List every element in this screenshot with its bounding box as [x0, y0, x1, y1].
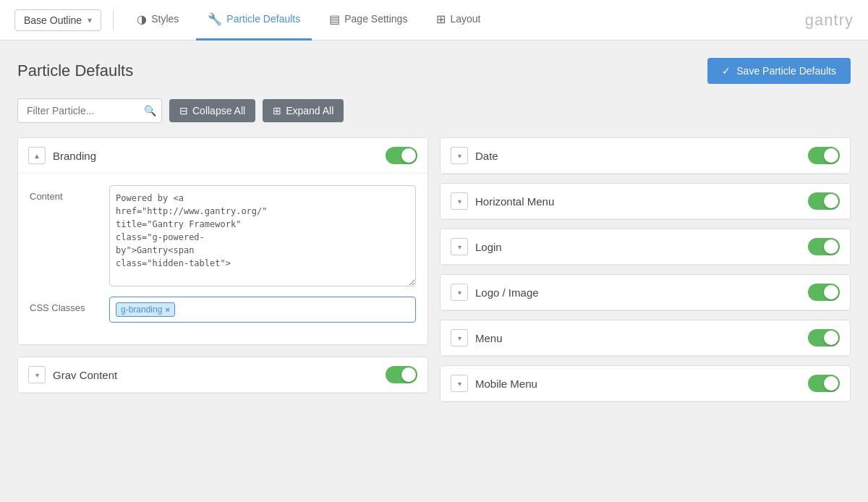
content-field-row: Content Powered by <a href="http://www.g…	[30, 185, 416, 286]
save-btn-label: Save Particle Defaults	[736, 65, 836, 77]
page-title: Particle Defaults	[17, 61, 133, 80]
nav-divider	[113, 10, 114, 30]
top-nav: Base Outline ▾ ◑ Styles 🔧 Particle Defau…	[0, 0, 868, 41]
grav-content-toggle[interactable]	[386, 366, 417, 383]
menu-toggle-track[interactable]	[808, 329, 840, 346]
date-toggle[interactable]	[808, 147, 840, 164]
css-classes-input[interactable]: g-branding ×	[109, 297, 416, 323]
tab-page-settings-label: Page Settings	[344, 13, 407, 25]
panel-menu-header: ▾ Menu	[441, 320, 850, 356]
mobile-menu-collapse-btn[interactable]: ▾	[451, 375, 468, 392]
wrench-icon: 🔧	[208, 12, 222, 26]
header-row: Particle Defaults ✓ Save Particle Defaul…	[17, 58, 851, 84]
logo-image-collapse-btn[interactable]: ▾	[451, 284, 468, 301]
save-particle-defaults-button[interactable]: ✓ Save Particle Defaults	[707, 58, 851, 84]
logo-image-toggle[interactable]	[808, 284, 840, 301]
panel-branding-header: ▲ Branding	[18, 138, 427, 174]
collapse-all-label: Collapse All	[192, 105, 245, 116]
grav-content-collapse-btn[interactable]: ▾	[28, 366, 46, 383]
panel-menu: ▾ Menu	[440, 320, 851, 357]
horizontal-menu-collapse-btn[interactable]: ▾	[451, 192, 468, 210]
layout-icon: ⊞	[436, 12, 446, 26]
tab-particle-defaults[interactable]: 🔧 Particle Defaults	[196, 0, 312, 41]
main-content: Particle Defaults ✓ Save Particle Defaul…	[0, 41, 868, 502]
expand-icon: ⊞	[273, 105, 281, 116]
branding-toggle-track[interactable]	[386, 147, 417, 164]
content-textarea[interactable]: Powered by <a href="http://www.gantry.or…	[109, 185, 416, 286]
tab-layout[interactable]: ⊞ Layout	[425, 0, 492, 41]
mobile-menu-title: Mobile Menu	[475, 378, 808, 390]
mobile-menu-toggle[interactable]	[808, 375, 840, 392]
brand-logo: gantry	[805, 11, 854, 30]
panel-login: ▾ Login	[440, 229, 851, 265]
panel-logo-image-header: ▾ Logo / Image	[441, 275, 850, 310]
filter-row: 🔍 ⊟ Collapse All ⊞ Expand All	[17, 98, 851, 123]
panel-grav-content-header: ▾ Grav Content	[18, 357, 427, 393]
panel-grav-content: ▾ Grav Content	[17, 357, 428, 393]
collapse-icon: ⊟	[179, 105, 188, 116]
date-collapse-btn[interactable]: ▾	[451, 147, 468, 164]
styles-icon: ◑	[137, 12, 147, 26]
tab-styles[interactable]: ◑ Styles	[125, 0, 190, 41]
filter-particle-input[interactable]	[17, 98, 162, 123]
panel-horizontal-menu-header: ▾ Horizontal Menu	[441, 184, 850, 219]
tab-layout-label: Layout	[450, 13, 480, 25]
left-column: ▲ Branding Content Powered by <a href="h…	[17, 137, 428, 393]
panels-grid: ▲ Branding Content Powered by <a href="h…	[17, 137, 851, 411]
panel-login-header: ▾ Login	[441, 229, 850, 265]
tag-g-branding: g-branding ×	[116, 302, 175, 317]
chevron-down-icon: ▾	[88, 15, 92, 25]
grav-content-title: Grav Content	[53, 369, 386, 381]
tag-remove-btn[interactable]: ×	[165, 305, 169, 314]
css-classes-label: CSS Classes	[30, 297, 109, 313]
panel-date: ▾ Date	[440, 137, 851, 174]
logo-image-toggle-track[interactable]	[808, 284, 840, 301]
horizontal-menu-title: Horizontal Menu	[475, 195, 808, 208]
horizontal-menu-toggle[interactable]	[808, 192, 840, 210]
outline-dropdown[interactable]: Base Outline ▾	[14, 9, 101, 31]
collapse-all-button[interactable]: ⊟ Collapse All	[169, 99, 255, 122]
panel-branding: ▲ Branding Content Powered by <a href="h…	[17, 137, 428, 345]
tab-page-settings[interactable]: ▤ Page Settings	[318, 0, 419, 41]
branding-toggle[interactable]	[386, 147, 417, 164]
tag-label: g-branding	[121, 305, 162, 315]
login-toggle[interactable]	[808, 238, 840, 255]
tab-particle-defaults-label: Particle Defaults	[226, 13, 300, 25]
search-button[interactable]: 🔍	[144, 105, 156, 116]
logo-image-title: Logo / Image	[475, 286, 808, 299]
content-label: Content	[30, 185, 109, 202]
panel-mobile-menu-header: ▾ Mobile Menu	[441, 366, 850, 401]
tab-styles-label: Styles	[151, 13, 179, 25]
expand-all-button[interactable]: ⊞ Expand All	[263, 99, 344, 122]
panel-date-header: ▾ Date	[441, 138, 850, 174]
mobile-menu-toggle-track[interactable]	[808, 375, 840, 392]
login-toggle-track[interactable]	[808, 238, 840, 255]
search-icon: 🔍	[144, 105, 156, 116]
horizontal-menu-toggle-track[interactable]	[808, 192, 840, 210]
menu-toggle[interactable]	[808, 329, 840, 346]
filter-input-wrap: 🔍	[17, 98, 162, 123]
branding-title: Branding	[53, 150, 386, 162]
outline-label: Base Outline	[24, 14, 82, 26]
expand-all-label: Expand All	[286, 105, 333, 116]
panel-branding-body: Content Powered by <a href="http://www.g…	[18, 174, 427, 344]
panel-logo-image: ▾ Logo / Image	[440, 274, 851, 311]
login-title: Login	[475, 241, 808, 253]
grav-content-toggle-track[interactable]	[386, 366, 417, 383]
menu-collapse-btn[interactable]: ▾	[451, 329, 468, 346]
right-column: ▾ Date ▾ Horizontal Menu	[440, 137, 851, 411]
date-toggle-track[interactable]	[808, 147, 840, 164]
branding-collapse-btn[interactable]: ▲	[28, 147, 46, 164]
page-settings-icon: ▤	[329, 12, 340, 26]
login-collapse-btn[interactable]: ▾	[451, 238, 468, 255]
date-title: Date	[475, 150, 808, 162]
css-classes-field-row: CSS Classes g-branding ×	[30, 297, 416, 323]
menu-title: Menu	[475, 332, 808, 344]
checkmark-icon: ✓	[722, 65, 731, 77]
panel-mobile-menu: ▾ Mobile Menu	[440, 365, 851, 402]
panel-horizontal-menu: ▾ Horizontal Menu	[440, 183, 851, 220]
